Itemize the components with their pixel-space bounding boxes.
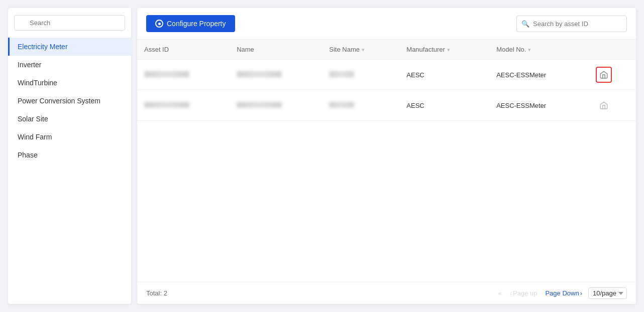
table-body: AESCAESC-ESSMeterAESCAESC-ESSMeter bbox=[137, 60, 636, 121]
sidebar-nav: Electricity MeterInverterWindTurbinePowe… bbox=[8, 38, 131, 164]
configure-property-button[interactable]: Configure Property bbox=[146, 15, 235, 32]
sort-icon-model-no: ▾ bbox=[528, 47, 531, 53]
sidebar-item-electricity-meter[interactable]: Electricity Meter bbox=[8, 38, 131, 56]
cell-action-0 bbox=[589, 60, 636, 90]
first-page-button[interactable]: « bbox=[496, 288, 503, 298]
sidebar-item-phase[interactable]: Phase bbox=[8, 146, 131, 164]
per-page-select[interactable]: 10/page20/page50/page bbox=[588, 287, 627, 299]
cell-name-0 bbox=[230, 60, 322, 90]
page-up-button[interactable]: ‹ Page up bbox=[508, 288, 540, 298]
col-header-site-name[interactable]: Site Name▾ bbox=[322, 40, 399, 60]
sidebar-item-wind-farm[interactable]: Wind Farm bbox=[8, 128, 131, 146]
sidebar-search-input[interactable] bbox=[14, 15, 125, 31]
total-count: Total: 2 bbox=[146, 289, 167, 297]
table-row: AESCAESC-ESSMeter bbox=[137, 90, 636, 121]
cell-model-1: AESC-ESSMeter bbox=[489, 90, 589, 121]
sidebar-item-wind-turbine[interactable]: WindTurbine bbox=[8, 74, 131, 92]
page-down-label: Page Down bbox=[545, 289, 579, 297]
sidebar-item-inverter[interactable]: Inverter bbox=[8, 56, 131, 74]
sidebar-search-container: 🔍 bbox=[14, 15, 125, 31]
table-row: AESCAESC-ESSMeter bbox=[137, 60, 636, 90]
asset-search-wrapper: 🔍 bbox=[516, 16, 627, 32]
col-header-name: Name bbox=[230, 40, 322, 60]
chevron-left-icon: ‹ bbox=[510, 289, 512, 297]
cell-site-1 bbox=[322, 90, 399, 121]
configure-asset-button[interactable] bbox=[596, 97, 612, 113]
col-header-action bbox=[589, 40, 636, 60]
asset-table: Asset IDNameSite Name▾Manufacturer▾Model… bbox=[137, 40, 636, 121]
col-header-manufacturer[interactable]: Manufacturer▾ bbox=[399, 40, 489, 60]
configure-btn-label: Configure Property bbox=[167, 20, 226, 28]
double-left-icon: « bbox=[498, 289, 501, 297]
cell-manufacturer-0: AESC bbox=[399, 60, 489, 90]
sidebar-search-wrapper: 🔍 bbox=[8, 15, 131, 38]
sort-icon-manufacturer: ▾ bbox=[447, 47, 450, 53]
sidebar-item-power-conversion-system[interactable]: Power Conversion System bbox=[8, 92, 131, 110]
per-page-wrapper: 10/page20/page50/page bbox=[588, 287, 627, 299]
chevron-right-icon: › bbox=[580, 289, 582, 297]
page-down-button[interactable]: Page Down › bbox=[543, 288, 584, 298]
table-footer: Total: 2 « ‹ Page up Page Down › 10/page… bbox=[137, 282, 636, 304]
cell-model-0: AESC-ESSMeter bbox=[489, 60, 589, 90]
configure-icon bbox=[155, 20, 163, 28]
cell-asset-id-1 bbox=[137, 90, 230, 121]
sort-icon-site-name: ▾ bbox=[362, 47, 365, 53]
asset-table-area: Asset IDNameSite Name▾Manufacturer▾Model… bbox=[137, 40, 636, 282]
cell-site-0 bbox=[322, 60, 399, 90]
cell-name-1 bbox=[230, 90, 322, 121]
pagination: « ‹ Page up Page Down › 10/page20/page50… bbox=[496, 287, 627, 299]
table-header: Asset IDNameSite Name▾Manufacturer▾Model… bbox=[137, 40, 636, 60]
asset-search-input[interactable] bbox=[516, 16, 627, 32]
table-header-row: Asset IDNameSite Name▾Manufacturer▾Model… bbox=[137, 40, 636, 60]
sidebar: 🔍 Electricity MeterInverterWindTurbinePo… bbox=[8, 8, 131, 304]
main-content: Configure Property 🔍 Asset IDNameSite Na… bbox=[137, 8, 636, 304]
main-header: Configure Property 🔍 bbox=[137, 8, 636, 40]
col-header-asset-id: Asset ID bbox=[137, 40, 230, 60]
sidebar-item-solar-site[interactable]: Solar Site bbox=[8, 110, 131, 128]
cell-manufacturer-1: AESC bbox=[399, 90, 489, 121]
configure-asset-button-highlighted[interactable] bbox=[596, 67, 612, 83]
cell-action-1 bbox=[589, 90, 636, 121]
cell-asset-id-0 bbox=[137, 60, 230, 90]
page-up-label: Page up bbox=[513, 289, 537, 297]
col-header-model-no[interactable]: Model No.▾ bbox=[489, 40, 589, 60]
